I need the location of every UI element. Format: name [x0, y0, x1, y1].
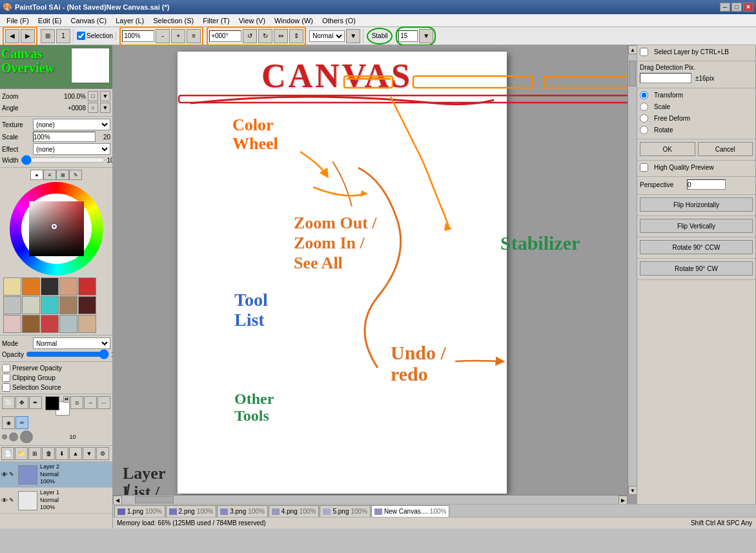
swatch-3[interactable]	[59, 277, 77, 296]
wand-tool[interactable]: ⋯	[97, 396, 110, 409]
zoom-in-button[interactable]: +	[171, 29, 185, 43]
select-rect-tool[interactable]: ⬜	[2, 396, 15, 409]
swatch-8[interactable]	[59, 296, 77, 314]
hq-preview-checkbox[interactable]	[640, 163, 648, 172]
swap-colors-btn[interactable]: ⇄	[63, 396, 70, 403]
canvas-overview[interactable]: CanvasOverview	[0, 45, 112, 89]
rotation-input[interactable]	[209, 30, 241, 42]
scroll-up-btn[interactable]: ▲	[628, 45, 637, 54]
scale-input[interactable]	[33, 132, 96, 142]
transform-radio[interactable]	[640, 91, 648, 99]
perspective-input[interactable]	[687, 179, 726, 190]
layer-item-1[interactable]: 👁 ✎ Layer 1 Normal 100%	[0, 488, 112, 514]
color-tab-scratch[interactable]: ✎	[69, 170, 82, 180]
select-move-tool[interactable]: ✥	[15, 396, 28, 409]
drag-detection-input[interactable]	[640, 73, 691, 83]
new-layer-btn[interactable]: 📄	[1, 447, 14, 460]
horizontal-scrollbar[interactable]: ◀ ▶	[113, 495, 628, 504]
swatch-7[interactable]	[41, 296, 59, 314]
brush-small[interactable]	[2, 434, 7, 439]
flip-v-tb[interactable]: ⇕	[289, 29, 303, 43]
layer-settings-btn[interactable]: ⚙	[96, 447, 109, 460]
selection-source-checkbox[interactable]	[2, 383, 10, 392]
stabilizer-input[interactable]	[398, 30, 418, 42]
cancel-button[interactable]: Cancel	[698, 142, 753, 156]
swatch-extra3[interactable]	[78, 315, 96, 333]
scroll-thumb-v[interactable]	[629, 61, 636, 86]
menu-others[interactable]: Others (O)	[318, 15, 360, 26]
width-input[interactable]	[21, 156, 105, 164]
menu-layer[interactable]: Layer (L)	[112, 15, 148, 26]
fill-tool[interactable]: ◉	[2, 416, 15, 429]
clipping-group-checkbox[interactable]	[2, 374, 10, 382]
fg-color-swatch[interactable]	[45, 396, 59, 410]
transform-radio-label[interactable]: Transform	[640, 91, 753, 99]
swatch-extra1[interactable]	[41, 315, 59, 333]
minimize-button[interactable]: ─	[720, 3, 730, 12]
flip-h-tb[interactable]: ⇔	[274, 29, 288, 43]
rotate-ccw-button[interactable]: Rotate 90° CCW	[640, 240, 753, 254]
layer1-visibility[interactable]: 👁	[1, 497, 8, 504]
tab-2png[interactable]: 2.png 100%	[166, 505, 217, 517]
zoom-percent-btn[interactable]: □	[88, 91, 98, 101]
zoom-out-button[interactable]: -	[156, 29, 170, 43]
rotate-cw-tb[interactable]: ↻	[258, 29, 272, 43]
tab-3png[interactable]: 3.png 100%	[217, 505, 268, 517]
duplicate-layer-btn[interactable]: ⊞	[28, 447, 41, 460]
color-wheel-container[interactable]	[10, 182, 103, 276]
swatch-4[interactable]	[78, 277, 96, 296]
menu-filter[interactable]: Filter (T)	[199, 15, 234, 26]
scroll-thumb-h[interactable]	[135, 496, 174, 503]
tb-back-button[interactable]: ◀	[5, 29, 19, 43]
blend-mode-select[interactable]: Normal	[309, 30, 345, 42]
brush-large[interactable]	[20, 430, 33, 443]
flip-vertically-button[interactable]: Flip Vertically	[640, 219, 753, 233]
color-square[interactable]	[29, 201, 84, 256]
layer-up-btn[interactable]: ▲	[69, 447, 82, 460]
hq-preview-label[interactable]: High Quality Preview	[640, 163, 753, 172]
texture-select[interactable]: (none)	[33, 119, 110, 130]
ok-button[interactable]: OK	[640, 142, 695, 156]
color-tab-wheel[interactable]: ●	[30, 170, 43, 180]
layer2-visibility[interactable]: 👁	[1, 471, 8, 478]
effect-select[interactable]: (none)	[33, 143, 110, 155]
swatch-9[interactable]	[78, 296, 96, 314]
flip-horizontally-button[interactable]: Flip Horizontally	[640, 197, 753, 212]
pen-tool[interactable]: ✏	[15, 416, 28, 429]
scale-radio-label[interactable]: Scale	[640, 103, 753, 111]
close-button[interactable]: ✕	[743, 3, 753, 12]
merge-down-btn[interactable]: ⬇	[56, 447, 68, 460]
rotate-cw-button[interactable]: Rotate 90° CW	[640, 261, 753, 276]
vertical-scrollbar[interactable]: ▲ ▼	[628, 45, 637, 495]
angle-spindown[interactable]: ▼	[100, 103, 110, 113]
free-deform-radio[interactable]	[640, 114, 648, 123]
preserve-opacity-label[interactable]: Preserve Opacity	[2, 364, 110, 372]
scroll-down-btn[interactable]: ▼	[628, 486, 637, 495]
swatch-extra2[interactable]	[59, 315, 77, 333]
mode-select[interactable]: Normal	[33, 337, 110, 349]
rotate-radio[interactable]	[640, 126, 648, 134]
scale-radio[interactable]	[640, 103, 648, 111]
eyedropper-tool[interactable]: ✒	[29, 396, 42, 409]
tab-5png[interactable]: 5.png 100%	[320, 505, 371, 517]
new-folder-btn[interactable]: 📁	[15, 447, 28, 460]
canvas-area[interactable]: CANVAS ColorWheel ToolList OtherTools Zo…	[113, 45, 637, 504]
opacity-slider[interactable]	[26, 350, 109, 358]
clipping-group-label[interactable]: Clipping Group	[2, 374, 110, 382]
tab-4png[interactable]: 4.png 100%	[269, 505, 320, 517]
swatch-10[interactable]	[3, 315, 21, 333]
rotate-ccw-tb[interactable]: ↺	[243, 29, 257, 43]
free-deform-radio-label[interactable]: Free Deform	[640, 114, 753, 123]
menu-canvas[interactable]: Canvas (C)	[67, 15, 111, 26]
color-tab-palette[interactable]: ⊞	[56, 170, 69, 180]
stabilizer-down[interactable]: ▼	[419, 29, 433, 43]
scroll-left-btn[interactable]: ◀	[113, 496, 122, 504]
menu-selection[interactable]: Selection (S)	[149, 15, 198, 26]
swatch-0[interactable]	[3, 277, 21, 296]
swatch-6[interactable]	[22, 296, 40, 314]
preserve-opacity-checkbox[interactable]	[2, 364, 10, 372]
selection-checkbox[interactable]	[77, 32, 85, 40]
scroll-right-btn[interactable]: ▶	[618, 496, 628, 504]
maximize-button[interactable]: □	[731, 3, 742, 12]
tb-forward-button[interactable]: ▶	[21, 29, 35, 43]
